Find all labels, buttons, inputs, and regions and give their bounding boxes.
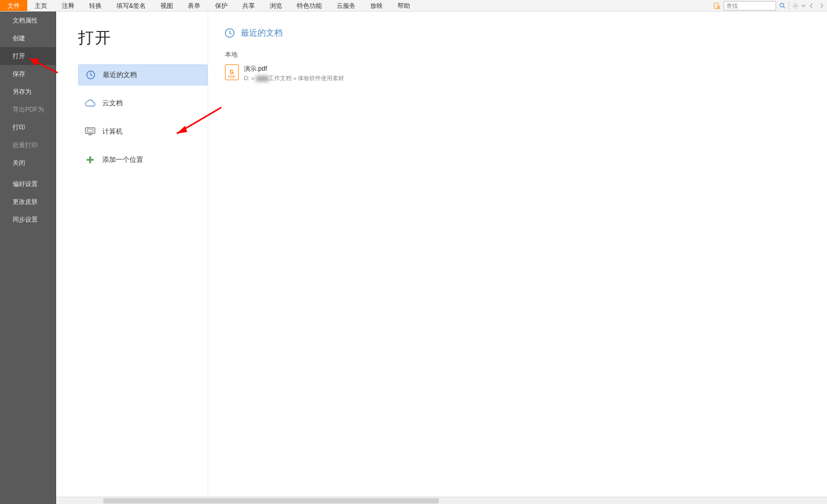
- sidebar-item-saveas[interactable]: 另存为: [0, 83, 56, 101]
- sidebar-item-batchprint[interactable]: 批量打印: [0, 136, 56, 154]
- svg-line-2: [719, 8, 721, 9]
- menu-tab-home[interactable]: 主页: [27, 0, 55, 11]
- menu-tab-convert[interactable]: 转换: [82, 0, 109, 11]
- pdf-file-icon: GPDF: [225, 64, 239, 80]
- location-cloud[interactable]: 云文档: [78, 93, 208, 114]
- horizontal-scrollbar[interactable]: [56, 497, 827, 504]
- open-locations: 打开 最近的文档 云文档: [56, 12, 208, 504]
- sidebar-item-save[interactable]: 保存: [0, 65, 56, 83]
- file-sidebar: 文档属性 创建 打开 保存 另存为 导出PDF为 打印 批量打印 关闭 偏好设置…: [0, 12, 56, 504]
- location-label: 添加一个位置: [102, 155, 143, 165]
- menu-tab-file[interactable]: 文件: [0, 0, 27, 11]
- scrollbar-thumb[interactable]: [103, 498, 439, 503]
- sidebar-item-preferences[interactable]: 偏好设置: [0, 175, 56, 193]
- open-panel: 打开 最近的文档 云文档: [56, 12, 827, 504]
- menubar-right: [711, 0, 827, 11]
- menu-tab-features[interactable]: 特色功能: [289, 0, 329, 11]
- nav-forward-icon[interactable]: [817, 1, 827, 11]
- find-in-page-icon[interactable]: [712, 1, 722, 10]
- menu-tab-forms[interactable]: 表单: [180, 0, 208, 11]
- svg-line-4: [783, 6, 785, 8]
- chevron-down-icon[interactable]: [801, 1, 806, 11]
- menu-tab-view[interactable]: 视图: [153, 0, 180, 11]
- sidebar-item-create[interactable]: 创建: [0, 29, 56, 47]
- sidebar-item-export[interactable]: 导出PDF为: [0, 101, 56, 118]
- svg-point-5: [794, 5, 797, 7]
- menu-tab-cloud[interactable]: 云服务: [329, 0, 363, 11]
- document-meta: 演示.pdf D: » ▇▇▇工作文档 » 体验软件使用素材: [244, 64, 344, 82]
- menu-tab-share[interactable]: 共享: [235, 0, 262, 11]
- svg-rect-7: [85, 128, 95, 134]
- computer-icon: [83, 125, 97, 138]
- recent-documents-pane: 最近的文档 本地 GPDF 演示.pdf D: » ▇▇▇工作文档 » 体验软件…: [208, 12, 827, 504]
- menu-tab-browse[interactable]: 浏览: [262, 0, 289, 11]
- sidebar-item-close[interactable]: 关闭: [0, 154, 56, 172]
- gear-icon[interactable]: [790, 1, 801, 11]
- document-name: 演示.pdf: [244, 64, 344, 73]
- location-recent[interactable]: 最近的文档: [78, 64, 208, 85]
- recent-header: 最近的文档: [224, 27, 827, 39]
- location-add[interactable]: 添加一个位置: [78, 149, 208, 170]
- section-local-label: 本地: [225, 50, 827, 59]
- recent-title: 最近的文档: [241, 28, 283, 39]
- menu-tab-protect[interactable]: 保护: [208, 0, 235, 11]
- svg-rect-0: [714, 3, 718, 8]
- menu-tab-present[interactable]: 放映: [363, 0, 390, 11]
- location-computer[interactable]: 计算机: [78, 121, 208, 142]
- cloud-icon: [83, 96, 97, 110]
- menu-tab-fillsign[interactable]: 填写&签名: [109, 0, 153, 11]
- search-icon[interactable]: [777, 1, 788, 11]
- body: 文档属性 创建 打开 保存 另存为 导出PDF为 打印 批量打印 关闭 偏好设置…: [0, 12, 827, 504]
- menubar: 文件 主页 注释 转换 填写&签名 视图 表单 保护 共享 浏览 特色功能 云服…: [0, 0, 827, 12]
- recent-document-row[interactable]: GPDF 演示.pdf D: » ▇▇▇工作文档 » 体验软件使用素材: [224, 62, 827, 84]
- menu-tab-help[interactable]: 帮助: [390, 0, 417, 11]
- search-input[interactable]: [724, 1, 776, 10]
- location-label: 云文档: [102, 98, 123, 108]
- sidebar-item-skin[interactable]: 更改皮肤: [0, 193, 56, 211]
- menu-tab-annotate[interactable]: 注释: [55, 0, 82, 11]
- page-title: 打开: [78, 27, 208, 49]
- sidebar-item-properties[interactable]: 文档属性: [0, 12, 56, 29]
- svg-rect-8: [88, 129, 93, 132]
- plus-icon: [83, 153, 97, 167]
- sidebar-item-open[interactable]: 打开: [0, 47, 56, 65]
- clock-icon: [84, 68, 98, 82]
- document-path: D: » ▇▇▇工作文档 » 体验软件使用素材: [244, 74, 344, 82]
- location-label: 最近的文档: [103, 70, 137, 80]
- clock-icon: [224, 27, 235, 39]
- menubar-divider: [789, 2, 789, 10]
- location-label: 计算机: [102, 127, 123, 136]
- sidebar-item-sync[interactable]: 同步设置: [0, 211, 56, 228]
- svg-point-3: [780, 3, 783, 7]
- nav-back-icon[interactable]: [806, 1, 817, 11]
- sidebar-item-print[interactable]: 打印: [0, 118, 56, 136]
